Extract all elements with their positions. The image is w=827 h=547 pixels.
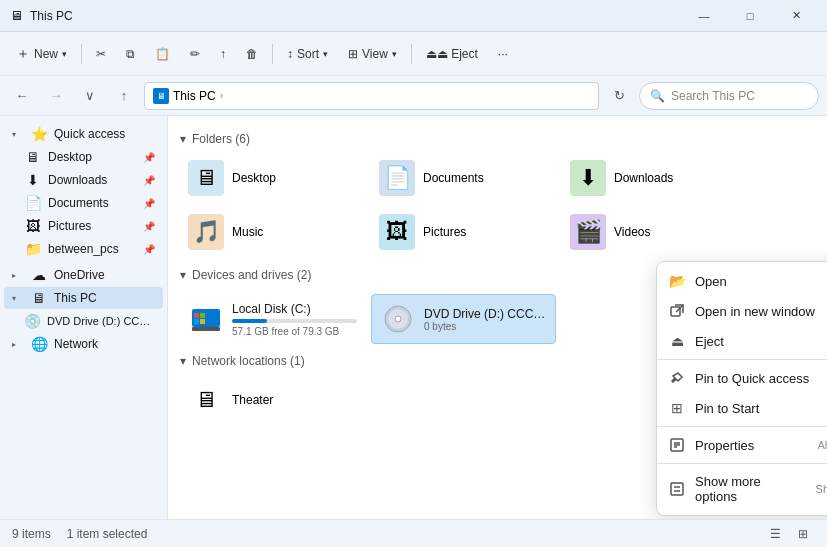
refresh-button[interactable]: ↻	[605, 82, 633, 110]
folder-videos[interactable]: 🎬 Videos	[562, 208, 747, 256]
status-selected: 1 item selected	[67, 527, 148, 541]
ctx-pin-quick[interactable]: Pin to Quick access	[657, 363, 827, 393]
drive-c-bar	[232, 319, 357, 323]
main-layout: ▾ ⭐ Quick access 🖥 Desktop 📌 ⬇ Downloads…	[0, 116, 827, 519]
path-chevron: ›	[220, 90, 223, 101]
drive-dvd[interactable]: DVD Drive (D:) CCCOM... 0 bytes	[371, 294, 556, 344]
close-button[interactable]: ✕	[773, 0, 819, 32]
cut-button[interactable]: ✂	[88, 43, 114, 65]
window-controls: — □ ✕	[681, 0, 819, 32]
folder-music-icon: 🎵	[188, 214, 224, 250]
folder-desktop-icon: 🖥	[188, 160, 224, 196]
status-items: 9 items	[12, 527, 51, 541]
paste-button[interactable]: 📋	[147, 43, 178, 65]
back-button[interactable]: ←	[8, 82, 36, 110]
folder-pictures-label: Pictures	[423, 225, 466, 239]
drive-c[interactable]: Local Disk (C:) 57.1 GB free of 79.3 GB	[180, 294, 365, 344]
sidebar-item-quick-access[interactable]: ▾ ⭐ Quick access	[4, 123, 163, 145]
grid-view-button[interactable]: ⊞	[791, 522, 815, 546]
folder-downloads[interactable]: ⬇ Downloads	[562, 154, 747, 202]
up-button[interactable]: ↑	[110, 82, 138, 110]
ctx-sep2	[657, 426, 827, 427]
rename-icon: ✏	[190, 47, 200, 61]
ctx-properties-shortcut: Alt+Enter	[817, 439, 827, 451]
view-controls: ☰ ⊞	[763, 522, 815, 546]
app-icon: 🖥	[8, 8, 24, 24]
pictures-icon: 🖼	[24, 218, 42, 234]
maximize-button[interactable]: □	[727, 0, 773, 32]
view-icon: ⊞	[348, 47, 358, 61]
theater-label: Theater	[232, 393, 273, 407]
ctx-show-more-shortcut: Shift+F10	[816, 483, 827, 495]
downloads-icon: ⬇	[24, 172, 42, 188]
sidebar-item-desktop[interactable]: 🖥 Desktop 📌	[4, 146, 163, 168]
search-icon: 🔍	[650, 89, 665, 103]
pin-start-icon: ⊞	[669, 400, 685, 416]
minimize-button[interactable]: —	[681, 0, 727, 32]
eject-button[interactable]: ⏏ ⏏ Eject	[418, 43, 486, 65]
folder-pictures[interactable]: 🖼 Pictures	[371, 208, 556, 256]
sidebar-item-pictures[interactable]: 🖼 Pictures 📌	[4, 215, 163, 237]
folder-music[interactable]: 🎵 Music	[180, 208, 365, 256]
share-icon: ↑	[220, 47, 226, 61]
copy-button[interactable]: ⧉	[118, 43, 143, 65]
sidebar-item-downloads[interactable]: ⬇ Downloads 📌	[4, 169, 163, 191]
onedrive-icon: ☁	[30, 267, 48, 283]
recent-button[interactable]: ∨	[76, 82, 104, 110]
ctx-open[interactable]: 📂 Open Enter	[657, 266, 827, 296]
drive-dvd-size: 0 bytes	[424, 321, 547, 332]
share-button[interactable]: ↑	[212, 43, 234, 65]
pin-icon5: 📌	[143, 244, 155, 255]
sort-button[interactable]: ↕ Sort ▾	[279, 43, 336, 65]
open-icon: 📂	[669, 273, 685, 289]
chevron-icon-net: ▸	[12, 340, 24, 349]
ctx-eject-icon: ⏏	[669, 333, 685, 349]
more-button[interactable]: ···	[490, 43, 516, 65]
path-icon: 🖥	[153, 88, 169, 104]
network-label: Network	[54, 337, 98, 351]
rename-button[interactable]: ✏	[182, 43, 208, 65]
address-bar: ← → ∨ ↑ 🖥 This PC › ↻ 🔍 Search This PC	[0, 76, 827, 116]
sidebar-item-between-pcs[interactable]: 📁 between_pcs 📌	[4, 238, 163, 260]
folder-pictures-icon: 🖼	[379, 214, 415, 250]
ctx-pin-start-label: Pin to Start	[695, 401, 827, 416]
ctx-open-new-window[interactable]: Open in new window	[657, 296, 827, 326]
eject-icon: ⏏	[426, 47, 437, 61]
folder-documents[interactable]: 📄 Documents	[371, 154, 556, 202]
pin-quick-icon	[669, 370, 685, 386]
paste-icon: 📋	[155, 47, 170, 61]
sidebar-item-network[interactable]: ▸ 🌐 Network	[4, 333, 163, 355]
ctx-open-label: Open	[695, 274, 827, 289]
path-text: This PC	[173, 89, 216, 103]
new-icon: ＋	[16, 45, 30, 63]
window-title: This PC	[30, 9, 681, 23]
between-pcs-label: between_pcs	[48, 242, 119, 256]
sidebar-item-documents[interactable]: 📄 Documents 📌	[4, 192, 163, 214]
toolbar: ＋ New ▾ ✂ ⧉ 📋 ✏ ↑ 🗑 ↕ Sort ▾ ⊞ View ▾ ⏏ …	[0, 32, 827, 76]
folders-section-header[interactable]: ▾ Folders (6)	[180, 132, 815, 146]
view-button[interactable]: ⊞ View ▾	[340, 43, 405, 65]
ctx-properties[interactable]: Properties Alt+Enter	[657, 430, 827, 460]
dvd-label: DVD Drive (D:) CCCOMA_X6	[47, 315, 155, 327]
address-path[interactable]: 🖥 This PC ›	[144, 82, 599, 110]
ctx-pin-start[interactable]: ⊞ Pin to Start	[657, 393, 827, 423]
copy-icon: ⧉	[126, 47, 135, 61]
folder-desktop[interactable]: 🖥 Desktop	[180, 154, 365, 202]
folder-downloads-label: Downloads	[614, 171, 673, 185]
search-box[interactable]: 🔍 Search This PC	[639, 82, 819, 110]
ctx-eject[interactable]: ⏏ Eject	[657, 326, 827, 356]
show-more-icon	[669, 481, 685, 497]
sidebar-item-this-pc[interactable]: ▾ 🖥 This PC	[4, 287, 163, 309]
forward-button[interactable]: →	[42, 82, 70, 110]
new-button[interactable]: ＋ New ▾	[8, 41, 75, 67]
sidebar-item-onedrive[interactable]: ▸ ☁ OneDrive	[4, 264, 163, 286]
list-view-button[interactable]: ☰	[763, 522, 787, 546]
chevron-drives: ▾	[180, 268, 186, 282]
folder-desktop-label: Desktop	[232, 171, 276, 185]
pin-icon2: 📌	[143, 175, 155, 186]
ctx-show-more[interactable]: Show more options Shift+F10	[657, 467, 827, 511]
folder-videos-icon: 🎬	[570, 214, 606, 250]
delete-button[interactable]: 🗑	[238, 43, 266, 65]
ctx-sep3	[657, 463, 827, 464]
sidebar-item-dvd[interactable]: 💿 DVD Drive (D:) CCCOMA_X6	[4, 310, 163, 332]
